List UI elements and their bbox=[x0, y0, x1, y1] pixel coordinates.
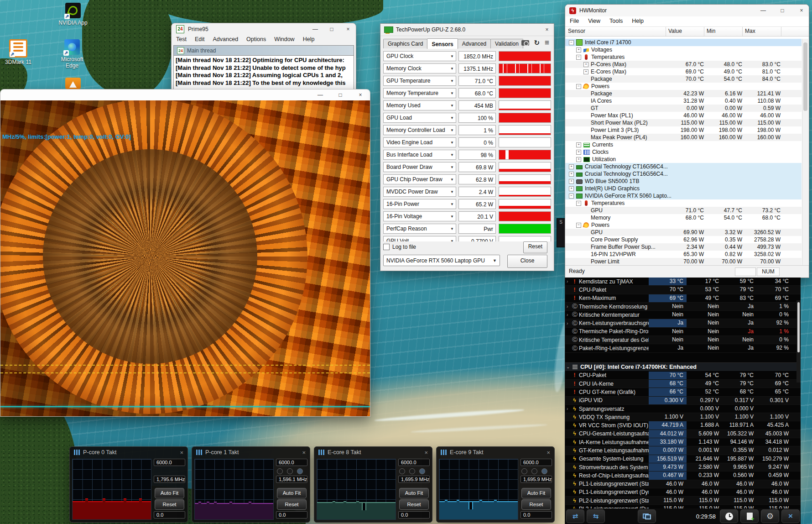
close-button[interactable]: × bbox=[357, 92, 364, 98]
tab-sensors[interactable]: Sensors bbox=[427, 38, 458, 49]
menu-tools[interactable]: Tools bbox=[609, 18, 623, 24]
gpuz-sensor-dropdown[interactable]: Memory Temperature▼ bbox=[383, 88, 456, 98]
minimize-button[interactable]: — bbox=[760, 7, 766, 14]
hwmonitor-tree-row[interactable]: +E-Cores (Max)69.0 °C49.0 °C81.0 °C bbox=[565, 68, 802, 75]
report-button[interactable] bbox=[740, 509, 759, 523]
tree-expand-icon[interactable]: − bbox=[569, 40, 574, 45]
hwinfo-sensor-row[interactable]: !CPU-Paket70 °C54 °C79 °C70 °C bbox=[565, 372, 801, 380]
gpuz-sensor-dropdown[interactable]: GPU Chip Power Draw▼ bbox=[383, 174, 456, 184]
sensor-group-header[interactable]: ⌄CPU [#0]: Intel Core i7-14700HX: Enhanc… bbox=[565, 362, 801, 372]
col-min[interactable]: Min bbox=[707, 28, 715, 34]
hwinfo-sensor-row[interactable]: ϟStromverbrauch des System Agent9.473 W2… bbox=[565, 463, 801, 472]
auto-fit-button[interactable]: Auto Fit bbox=[521, 488, 551, 498]
reset-button[interactable]: Reset bbox=[399, 499, 429, 510]
graph-titlebar[interactable]: E-core 8 Takt × bbox=[314, 447, 432, 458]
y-min-box[interactable]: 0.0 bbox=[398, 511, 430, 519]
furmark-titlebar[interactable]: — □ × bbox=[0, 89, 370, 100]
hwmonitor-tree-row[interactable]: −Intel Core i7 14700 bbox=[565, 39, 802, 46]
gpuz-sensor-dropdown[interactable]: MVDDC Power Draw▼ bbox=[383, 187, 456, 197]
hwmonitor-tree-row[interactable]: +Clocks bbox=[565, 148, 802, 156]
hwinfo-sensor-row[interactable]: ϟPL1-Leistungsgrenzwert (Statisch)46.0 W… bbox=[565, 480, 801, 488]
menu-icon[interactable]: ≡ bbox=[545, 38, 549, 47]
hwmonitor-tree-row[interactable]: −Powers bbox=[565, 221, 802, 229]
hwmonitor-tree-row[interactable]: Memory68.0 °C54.0 °C68.0 °C bbox=[565, 214, 802, 221]
monitors-button[interactable] bbox=[638, 509, 656, 523]
background-window-edge[interactable]: S bbox=[557, 218, 565, 247]
y-min-box[interactable]: 0.0 bbox=[276, 511, 307, 519]
hwmonitor-tree-row[interactable]: Power Max (PL1)46.00 W46.00 W46.00 W bbox=[565, 112, 802, 119]
maximize-button[interactable]: □ bbox=[337, 92, 344, 98]
arrows-collapse-button[interactable]: ⇆ bbox=[587, 509, 605, 523]
maximize-button[interactable]: □ bbox=[328, 26, 335, 32]
hwmonitor-tree-row[interactable]: −Powers bbox=[565, 83, 802, 90]
main-thread-titlebar[interactable]: 24 Main thread bbox=[174, 46, 354, 55]
prime95-titlebar[interactable]: 24 Prime95 — □ × bbox=[172, 23, 356, 35]
hwmonitor-tree-row[interactable]: −Temperatures bbox=[565, 199, 802, 207]
tree-expand-icon[interactable]: + bbox=[576, 47, 581, 52]
hwmonitor-tree-row[interactable]: Max Peak Power (PL4)160.00 W160.00 W160.… bbox=[565, 134, 802, 141]
tree-expand-icon[interactable]: − bbox=[576, 84, 581, 89]
hwinfo-sensor-row[interactable]: ϟGT-Kerne Leistungsaufnahme0.007 W0.001 … bbox=[565, 446, 801, 455]
y-max-box[interactable]: 6000.0 bbox=[398, 459, 430, 466]
hwmonitor-tree-row[interactable]: Package42.23 W6.16 W121.41 W bbox=[565, 90, 802, 97]
tab-advanced[interactable]: Advanced bbox=[458, 39, 491, 48]
hwinfo-sensor-row[interactable]: ϟPL1-Leistungsgrenzwert (Dynami...46.0 W… bbox=[565, 488, 801, 497]
gpuz-sensor-dropdown[interactable]: PerfCap Reason▼ bbox=[383, 224, 456, 234]
series-toggle-circles[interactable] bbox=[399, 468, 425, 474]
hwmonitor-tree-row[interactable]: IA Cores31.28 W0.40 W110.08 W bbox=[565, 97, 802, 105]
refresh-icon[interactable]: ↻ bbox=[534, 39, 540, 47]
hwmonitor-tree-row[interactable]: Package70.0 °C54.0 °C84.0 °C bbox=[565, 75, 802, 83]
gpuz-sensor-dropdown[interactable]: Memory Controller Load▼ bbox=[383, 125, 456, 135]
desktop-icon-nvidia-app[interactable]: ↗ NVIDIA App bbox=[56, 3, 90, 26]
hwinfo-sensor-row[interactable]: ϟCPU-Gesamt-Leistungsaufnahme44.012 W5.6… bbox=[565, 430, 801, 438]
hwmonitor-tree-row[interactable]: Core Power Supply62.96 W0.35 W2758.28 W bbox=[565, 236, 802, 243]
minimize-button[interactable]: — bbox=[317, 92, 323, 98]
hwmonitor-tree-row[interactable]: 16-PIN 12VHPWR65.30 W0.82 W3258.02 W bbox=[565, 251, 802, 258]
y-max-box[interactable]: 6000.0 bbox=[276, 459, 307, 466]
hwmonitor-column-headers[interactable]: Sensor Value Min Max bbox=[565, 27, 809, 37]
hwmonitor-tree-row[interactable]: Short Power Max (PL2)115.00 W115.00 W115… bbox=[565, 119, 802, 126]
close-button-bottom[interactable]: Close bbox=[507, 255, 547, 268]
col-sensor[interactable]: Sensor bbox=[568, 28, 585, 34]
gpuz-sensor-dropdown[interactable]: Bus Interface Load▼ bbox=[383, 150, 456, 160]
tree-expand-icon[interactable]: − bbox=[576, 55, 581, 60]
close-panel-button[interactable]: × bbox=[781, 509, 800, 523]
minimize-button[interactable]: — bbox=[312, 26, 318, 32]
y-min-box[interactable]: 0.0 bbox=[154, 511, 185, 519]
gpuz-sensor-dropdown[interactable]: GPU Clock▼ bbox=[383, 51, 456, 61]
auto-fit-button[interactable]: Auto Fit bbox=[155, 488, 184, 498]
hwmonitor-tree-row[interactable]: Frame Buffer Power Sup...2.34 W0.44 W499… bbox=[565, 243, 802, 251]
gpuz-sensor-dropdown[interactable]: GPU Load▼ bbox=[383, 113, 456, 123]
hwmonitor-tree-row[interactable]: GPU71.0 °C47.7 °C73.2 °C bbox=[565, 207, 802, 214]
hwmonitor-tree-row[interactable]: Power Limit 3 (PL3)198.00 W198.00 W198.0… bbox=[565, 126, 802, 134]
reset-button[interactable]: Reset bbox=[277, 499, 307, 510]
close-icon[interactable]: × bbox=[547, 449, 550, 456]
graph-titlebar[interactable]: P-core 0 Takt × bbox=[70, 447, 187, 458]
reset-button[interactable]: Reset bbox=[155, 499, 184, 510]
reset-button[interactable]: Reset bbox=[521, 499, 551, 510]
col-value[interactable]: Value bbox=[668, 28, 682, 34]
hwmonitor-tree-row[interactable]: +Crucial Technology CT16G56C4... bbox=[565, 163, 802, 170]
close-icon[interactable]: × bbox=[180, 449, 183, 456]
y-max-box[interactable]: 6000.0 bbox=[154, 459, 185, 466]
gpuz-sensor-dropdown[interactable]: Memory Clock▼ bbox=[383, 63, 456, 73]
hwinfo-sensor-row[interactable]: ›ϟSpannungsversatz0.000 V0.000 V bbox=[565, 405, 801, 413]
tree-expand-icon[interactable]: + bbox=[569, 164, 574, 169]
menu-help[interactable]: Help bbox=[303, 36, 315, 42]
graph-titlebar[interactable]: E-core 9 Takt × bbox=[437, 447, 554, 458]
desktop-icon-partial[interactable] bbox=[56, 78, 90, 90]
hwinfo-sensor-row[interactable]: ϟRest-of-Chip-Leistungsaufnahme0.467 W0.… bbox=[565, 472, 801, 480]
hwmonitor-tree-row[interactable]: +WD Blue SN5000 1TB bbox=[565, 178, 802, 185]
gpuz-sensor-dropdown[interactable]: 16-Pin Power▼ bbox=[383, 199, 456, 209]
hwinfo-sensor-row[interactable]: ›ⒸKern-Leistungsverbrauchsgre...JaNeinJa… bbox=[565, 319, 801, 327]
hwmonitor-tree-row[interactable]: −NVIDIA GeForce RTX 5060 Lapto... bbox=[565, 192, 802, 199]
hwinfo-sensor-row[interactable]: ›!Kerndistanz zu TjMAX33 °C17 °C59 °C34 … bbox=[565, 278, 801, 286]
tree-expand-icon[interactable]: + bbox=[576, 142, 581, 147]
arrows-swap-button[interactable]: ⇄ bbox=[566, 509, 584, 523]
gpuz-titlebar[interactable]: TechPowerUp GPU-Z 2.68.0 × bbox=[380, 24, 554, 36]
auto-fit-button[interactable]: Auto Fit bbox=[277, 488, 307, 498]
gpuz-sensor-dropdown[interactable]: GPU Volt▼ bbox=[383, 236, 456, 241]
hwinfo-sensor-row[interactable]: ϟiGPU VID0.300 V0.297 V0.317 V0.301 V bbox=[565, 397, 801, 405]
tab-graphics-card[interactable]: Graphics Card bbox=[383, 39, 427, 48]
menu-window[interactable]: Window bbox=[274, 36, 294, 42]
